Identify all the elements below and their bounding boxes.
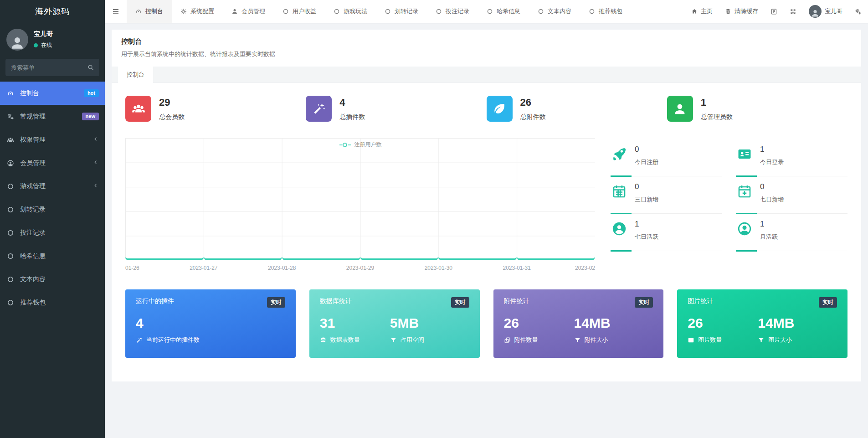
- content-tab-dashboard[interactable]: 控制台: [118, 67, 153, 83]
- mini-stat-3day-new: 0 三日新增: [611, 176, 722, 214]
- sidebar-item-dashboard[interactable]: 控制台 hot: [0, 82, 105, 105]
- sidebar-item-game[interactable]: 游戏管理: [0, 175, 105, 198]
- hamburger-icon[interactable]: [105, 0, 127, 23]
- card-value: 5MB: [390, 314, 419, 332]
- sidebar-item-hash[interactable]: 哈希信息: [0, 244, 105, 268]
- nav-tab-label: 控制台: [145, 7, 163, 15]
- clear-cache-label: 清除缓存: [734, 7, 758, 15]
- filter-icon: [758, 337, 765, 344]
- main-area: 控制台 系统配置 会员管理 用户收益 游戏玩法: [105, 0, 868, 438]
- sidebar-item-bet[interactable]: 投注记录: [0, 221, 105, 244]
- sidebar-search: [5, 59, 99, 76]
- language-button[interactable]: [770, 8, 777, 15]
- chevron-left-icon: [92, 159, 99, 167]
- mini-stat-value: 1: [635, 220, 658, 229]
- nav-tab-hash[interactable]: 哈希信息: [478, 0, 529, 23]
- nav-tab-transfer[interactable]: 划转记录: [376, 0, 427, 23]
- circle-icon: [282, 8, 289, 15]
- mini-stat-value: 1: [760, 145, 784, 154]
- stat-card-total-attachments: 26 总附件数: [487, 96, 667, 122]
- id-card-icon: [736, 145, 753, 166]
- card-value-label: 图片数量: [698, 336, 722, 344]
- gradient-card-database-stats: 数据库统计 实时 31 5MB 数据表数量: [309, 289, 480, 358]
- circle-icon: [6, 206, 15, 213]
- x-axis-label: 2023-01-31: [503, 265, 530, 271]
- x-axis-label: 2023-01-28: [268, 265, 296, 271]
- topbar-actions: 主页 清除缓存 宝儿哥: [691, 0, 868, 23]
- realtime-badge: 实时: [267, 297, 285, 308]
- mini-stat-value: 1: [760, 220, 778, 229]
- home-button[interactable]: 主页: [691, 7, 713, 15]
- sidebar-item-text[interactable]: 文本内容: [0, 268, 105, 291]
- mini-stat-value: 0: [635, 182, 658, 191]
- mini-stat-7day-active: 1 七日活跃: [611, 214, 722, 251]
- cogs-icon: [6, 113, 15, 120]
- sidebar: 海外源码 宝儿哥 在线 控制台 hot 常规管理: [0, 0, 105, 438]
- gradient-card-attachment-stats: 附件统计 实时 26 14MB 附件数量: [493, 289, 664, 358]
- avatar[interactable]: [6, 29, 28, 51]
- settings-button[interactable]: [855, 8, 862, 15]
- nav-tab-label: 哈希信息: [497, 7, 520, 15]
- nav-tab-bet[interactable]: 投注记录: [427, 0, 478, 23]
- data-point-marker: [515, 258, 519, 260]
- mini-stat-today-logins: 1 今日登录: [736, 139, 847, 176]
- page-title: 控制台: [121, 37, 852, 46]
- circle-icon: [487, 8, 493, 15]
- sidebar-item-member[interactable]: 会员管理: [0, 151, 105, 175]
- fullscreen-button[interactable]: [790, 8, 796, 15]
- circle-icon: [589, 8, 595, 15]
- user-icon: [667, 96, 693, 122]
- nav-tab-label: 会员管理: [241, 7, 265, 15]
- card-value: 26: [504, 315, 519, 330]
- stat-cards-row: 29 总会员数 4 总插件数: [125, 96, 847, 122]
- user-menu[interactable]: 宝儿哥: [809, 5, 842, 18]
- card-value: 14MB: [758, 314, 794, 332]
- home-icon: [691, 8, 698, 15]
- clear-cache-button[interactable]: 清除缓存: [725, 7, 758, 15]
- sidebar-item-transfer[interactable]: 划转记录: [0, 198, 105, 221]
- mini-stat-label: 三日新增: [635, 196, 658, 204]
- mini-stat-month-active: 1 月活跃: [736, 214, 847, 251]
- sidebar-item-label: 控制台: [20, 89, 39, 98]
- nav-tab-system-config[interactable]: 系统配置: [172, 0, 223, 23]
- data-point-marker: [593, 258, 596, 260]
- sidebar-item-auth[interactable]: 权限管理: [0, 128, 105, 151]
- app-logo[interactable]: 海外源码: [0, 0, 105, 23]
- stat-card-total-admins: 1 总管理员数: [667, 96, 847, 122]
- realtime-badge: 实时: [451, 297, 469, 308]
- nav-tab-wallet[interactable]: 推荐钱包: [580, 0, 631, 23]
- stat-label: 总附件数: [520, 113, 546, 121]
- card-value-label: 占用空间: [401, 336, 424, 344]
- app-root: 海外源码 宝儿哥 在线 控制台 hot 常规管理: [0, 0, 868, 438]
- user-name: 宝儿哥: [34, 30, 53, 38]
- card-title: 附件统计: [504, 297, 529, 305]
- sidebar-item-label: 哈希信息: [20, 252, 46, 260]
- sidebar-item-label: 推荐钱包: [20, 299, 46, 307]
- registered-users-chart: 注册用户数: [125, 138, 595, 275]
- search-icon[interactable]: [87, 64, 94, 71]
- sidebar-item-wallet[interactable]: 推荐钱包: [0, 291, 105, 314]
- online-status: 在线: [34, 41, 53, 49]
- topbar: 控制台 系统配置 会员管理 用户收益 游戏玩法: [105, 0, 868, 23]
- search-input[interactable]: [5, 59, 99, 76]
- rocket-icon: [611, 145, 628, 166]
- data-point-marker: [280, 258, 284, 260]
- nav-tab-dashboard[interactable]: 控制台: [127, 0, 172, 23]
- data-point-marker: [125, 258, 128, 260]
- card-value-label: 数据表数量: [330, 336, 360, 344]
- user-outline-circle-icon: [736, 220, 753, 241]
- user-circle-icon: [6, 160, 15, 167]
- fullscreen-icon: [790, 8, 796, 15]
- nav-tab-member[interactable]: 会员管理: [223, 0, 274, 23]
- filter-icon: [390, 337, 397, 344]
- nav-tab-user-income[interactable]: 用户收益: [274, 0, 325, 23]
- sidebar-item-general[interactable]: 常规管理 new: [0, 105, 105, 128]
- chart-legend[interactable]: 注册用户数: [339, 141, 382, 149]
- x-axis-label: 2023-01-29: [346, 265, 374, 271]
- nav-tab-text[interactable]: 文本内容: [529, 0, 580, 23]
- cogs-icon: [855, 8, 862, 15]
- nav-tab-label: 用户收益: [293, 7, 316, 15]
- nav-tab-game-play[interactable]: 游戏玩法: [325, 0, 376, 23]
- user-menu-label: 宝儿哥: [825, 7, 842, 15]
- content-area: 控制台 用于展示当前系统中的统计数据、统计报表及重要实时数据 控制台 29 总会…: [105, 23, 868, 438]
